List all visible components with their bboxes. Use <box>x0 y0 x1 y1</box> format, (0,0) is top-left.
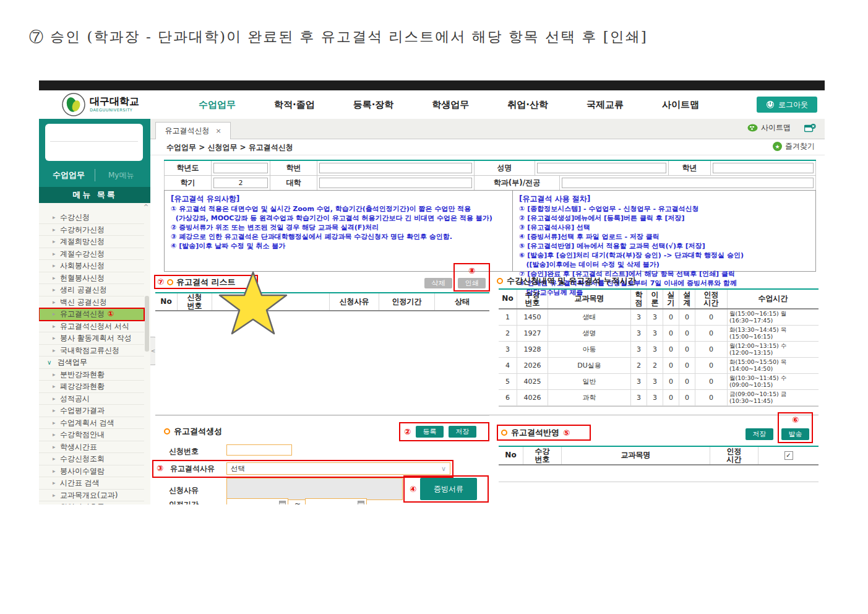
chevron-right-icon: ▸ <box>53 465 56 478</box>
sidebar-item-성적공시[interactable]: ▸성적공시 <box>39 393 144 405</box>
sidebar-item-봉사이수열람[interactable]: ▸봉사이수열람 <box>39 465 144 478</box>
col-course-no: 수강 번호 <box>517 290 548 308</box>
chevron-right-icon: ▸ <box>53 248 56 261</box>
attach-documents-button[interactable]: 증빙서류 <box>420 478 477 500</box>
sidebar-item-수강신청조회[interactable]: ▸수강신청조회 <box>39 453 144 465</box>
create-title-text: 유고결석생성 <box>174 426 222 437</box>
sidebar-item-계절수강신청[interactable]: ▸계절수강신청 <box>39 248 144 261</box>
table-row[interactable]: 21927생명33000화(13:30~14:45) 목(15:00~16:15… <box>499 326 819 342</box>
sidebar-item-헌혈봉사신청[interactable]: ▸헌혈봉사신청 <box>39 272 144 285</box>
calendar-icon[interactable] <box>358 501 364 505</box>
table-row[interactable]: 11450생태33000월(15:00~16:15) 월(16:30~17:45… <box>499 309 819 326</box>
table-row[interactable]: 64026과학33000금(09:00~10:15) 금(10:30~11:45… <box>499 390 819 406</box>
tab-absence-application[interactable]: 유고결석신청 × <box>155 122 231 139</box>
section-bullet-icon <box>164 428 170 435</box>
university-logo[interactable]: 대구대학교 DAEGUUNIVERSITY <box>61 92 139 118</box>
register-button[interactable]: 등록 <box>416 426 444 438</box>
nav-item-수업업무[interactable]: 수업업무 <box>199 99 236 111</box>
student-info-form: 학년도 학번 성명 학년 학기 2 대학 학과(부)/전공 <box>164 160 816 191</box>
year-input[interactable] <box>213 163 268 173</box>
star-annotation <box>218 271 288 335</box>
sidebar-item-국내학점교류신청[interactable]: ▸국내학점교류신청 <box>39 345 144 357</box>
nav-item-사이트맵[interactable]: 사이트맵 <box>662 99 699 111</box>
request-reason-textarea[interactable] <box>226 478 403 500</box>
sidebar-item-label: 교과목개요(교과) <box>60 491 118 499</box>
select-all-checkbox[interactable]: ✓ <box>784 451 793 460</box>
sidebar-item-수업계획서 검색[interactable]: ▸수업계획서 검색 <box>39 417 144 430</box>
table-row[interactable]: 31928아동33000월(12:00~13:15) 수(12:00~13:15… <box>499 342 819 358</box>
absence-list-empty-body <box>155 311 489 416</box>
annotation-7: ⑦ <box>157 277 164 287</box>
close-all-tabs-icon[interactable] <box>804 124 816 132</box>
sidebar-item-시간표 검색[interactable]: ▸시간표 검색 <box>39 477 144 490</box>
logout-button[interactable]: 로그아웃 <box>757 97 817 113</box>
request-no-label: 신청번호 <box>169 446 199 457</box>
table-cell: DU실용 <box>548 358 631 373</box>
sidebar-item-label: 계절수강신청 <box>60 249 105 258</box>
sidebar-item-학생시간표[interactable]: ▸학생시간표 <box>39 441 144 454</box>
sidebar-tab-course[interactable]: 수업업무 <box>53 170 85 181</box>
col-select-all: ✓ <box>758 447 819 464</box>
period-start-input[interactable] <box>226 498 288 504</box>
name-input[interactable] <box>537 163 666 173</box>
student-no-input[interactable] <box>319 163 472 173</box>
tab-close-icon[interactable]: × <box>215 127 221 135</box>
col-request-no: 신청 번호 <box>178 293 212 310</box>
sitemap-link[interactable]: 사이트맵 <box>747 123 791 133</box>
sidebar-item-검색업무[interactable]: ∨검색업무 <box>39 357 144 369</box>
nav-item-국제교류[interactable]: 국제교류 <box>587 99 624 111</box>
attach-annotation-box: ④ 증빙서류 <box>403 475 489 503</box>
table-cell: 일반 <box>548 374 631 389</box>
chevron-right-icon: ▸ <box>53 296 56 309</box>
logo-title: 대구대학교 <box>90 97 139 106</box>
sidebar-tab-my[interactable]: My메뉴 <box>108 170 134 181</box>
favorite-link[interactable]: ★ 즐겨찾기 <box>773 141 815 152</box>
chevron-right-icon: ▸ <box>53 405 56 417</box>
table-cell: 0 <box>679 326 695 341</box>
nav-item-학생업무[interactable]: 학생업무 <box>432 99 469 111</box>
sidebar-item-계절희망신청[interactable]: ▸계절희망신청 <box>39 236 144 248</box>
sidebar-item-유고결석신청[interactable]: ▸유고결석신청① <box>39 308 144 321</box>
sidebar-item-백신 공결신청[interactable]: ▸백신 공결신청 <box>39 296 144 309</box>
sidebar-item-교과목개요(교과)[interactable]: ▸교과목개요(교과) <box>39 490 144 502</box>
year-field-cell <box>212 161 270 175</box>
col-design: 설 계 <box>679 290 695 308</box>
table-cell: 금(09:00~10:15) 금(10:30~11:45) <box>728 390 819 405</box>
grade-input[interactable] <box>713 163 814 173</box>
nav-item-등록·장학[interactable]: 등록·장학 <box>353 99 394 111</box>
save-button[interactable]: 저장 <box>449 426 476 438</box>
table-row[interactable]: 54025일반33000월(10:30~11:45) 수(09:00~10:15… <box>499 374 819 390</box>
sidebar-item-수강신청[interactable]: ▸수강신청 <box>39 212 144 224</box>
semester-input[interactable]: 2 <box>213 178 268 188</box>
sidebar-item-수업평가결과[interactable]: ▸수업평가결과 <box>39 405 144 417</box>
nav-item-학적·졸업[interactable]: 학적·졸업 <box>274 99 315 111</box>
breadcrumb: 수업업무 > 신청업무 > 유고결석신청 <box>166 142 293 153</box>
college-input[interactable] <box>319 178 472 188</box>
tabbar-right: 사이트맵 <box>747 123 816 133</box>
table-cell: 0 <box>695 374 728 389</box>
table-cell: 0 <box>663 390 679 405</box>
period-end-input[interactable] <box>305 498 367 504</box>
sidebar-item-폐강강좌현황[interactable]: ▸폐강강좌현황 <box>39 381 144 393</box>
apply-save-button[interactable]: 저장 <box>746 428 773 440</box>
sidebar-item-취업전진흐름[interactable]: ▸취업전진흐름 <box>39 501 144 504</box>
sidebar-item-봉사 활동계획서 작성[interactable]: ▸봉사 활동계획서 작성 <box>39 332 144 345</box>
sidebar-item-수강허가신청[interactable]: ▸수강허가신청 <box>39 224 144 236</box>
sidebar-scrollbar[interactable] <box>145 296 149 352</box>
sidebar-item-분반강좌현황[interactable]: ▸분반강좌현황 <box>39 369 144 381</box>
delete-button[interactable]: 삭제 <box>424 278 452 288</box>
calendar-icon[interactable] <box>279 501 286 505</box>
request-no-input[interactable] <box>226 444 292 456</box>
sidebar-item-생리 공결신청[interactable]: ▸생리 공결신청 <box>39 284 144 296</box>
nav-item-취업·산학[interactable]: 취업·산학 <box>507 99 548 111</box>
sidebar-item-수강학점안내[interactable]: ▸수강학점안내 <box>39 429 144 441</box>
col-course-name: 교과목명 <box>562 447 710 464</box>
sidebar-item-유고결석신청서 서식[interactable]: ▸유고결석신청서 서식 <box>39 321 144 333</box>
chevron-right-icon: ▸ <box>53 477 56 490</box>
absence-reason-select[interactable]: 선택 ∨ <box>226 462 450 475</box>
sidebar-item-사회봉사신청[interactable]: ▸사회봉사신청 <box>39 260 144 272</box>
table-cell: 0 <box>695 309 728 325</box>
table-row[interactable]: 42026DU실용22000화(15:00~15:50) 목(14:00~14:… <box>499 358 819 374</box>
scroll-up-icon[interactable]: ^ <box>142 204 150 211</box>
major-input[interactable] <box>562 178 814 188</box>
